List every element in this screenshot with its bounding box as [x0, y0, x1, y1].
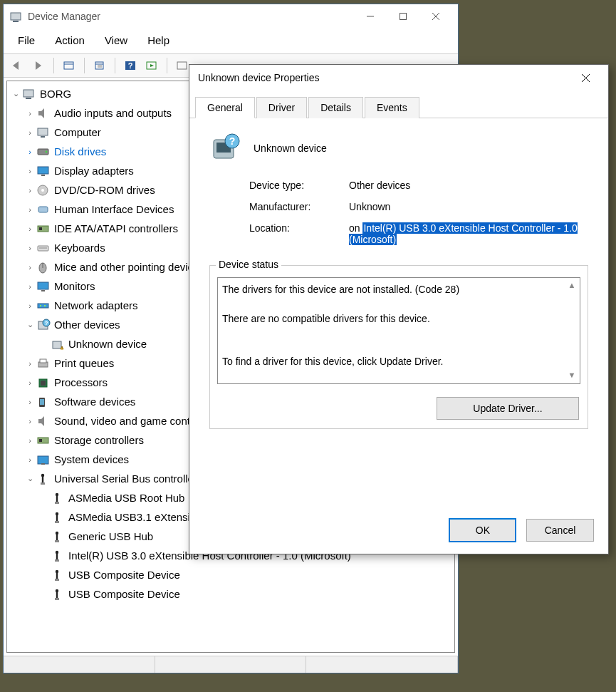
- svg-rect-79: [55, 598, 59, 600]
- tab-details[interactable]: Details: [308, 97, 363, 118]
- maximize-button[interactable]: [387, 6, 419, 27]
- manufacturer-value: Unknown: [349, 201, 588, 212]
- node-label: Software devices: [54, 396, 135, 408]
- props-close-button[interactable]: [571, 68, 600, 88]
- manufacturer-label: Manufacturer:: [249, 201, 349, 212]
- tab-events[interactable]: Events: [365, 97, 419, 118]
- expander-icon[interactable]: ›: [24, 263, 36, 272]
- expander-icon[interactable]: ›: [24, 128, 36, 137]
- scroll-up-icon[interactable]: ▲: [565, 279, 578, 292]
- expander-icon[interactable]: ›: [24, 282, 36, 291]
- device-status-text[interactable]: The drivers for this device are not inst…: [217, 277, 580, 384]
- mouse-icon: [36, 260, 51, 274]
- expander-icon[interactable]: ›: [24, 148, 36, 156]
- expander-icon[interactable]: ›: [24, 186, 36, 195]
- usb-icon: [50, 587, 66, 601]
- node-label: Computer: [54, 126, 101, 138]
- node-label: Network adapters: [54, 299, 138, 311]
- expander-icon[interactable]: ⌄: [24, 320, 36, 329]
- svg-rect-61: [41, 482, 45, 485]
- tb-forward[interactable]: [29, 56, 48, 75]
- sys-icon: [36, 453, 51, 467]
- svg-marker-7: [36, 61, 41, 70]
- usbctl-icon: [36, 472, 51, 486]
- expander-icon[interactable]: ›: [24, 224, 36, 233]
- svg-rect-76: [55, 579, 59, 581]
- expander-icon[interactable]: ›: [24, 167, 36, 175]
- svg-rect-0: [11, 13, 21, 20]
- expander-icon[interactable]: ›: [24, 398, 36, 406]
- close-button[interactable]: [419, 6, 452, 27]
- device-manager-icon: [9, 10, 22, 23]
- svg-rect-45: [53, 341, 61, 348]
- svg-rect-78: [56, 592, 58, 598]
- ok-button[interactable]: OK: [449, 518, 516, 542]
- monitor-icon: [36, 279, 51, 294]
- expander-icon[interactable]: ›: [24, 455, 36, 464]
- menu-view[interactable]: View: [95, 31, 137, 49]
- usb-icon: [50, 510, 66, 525]
- node-label: ASMedia USB Root Hub: [68, 492, 184, 504]
- expander-icon[interactable]: ›: [24, 244, 36, 252]
- update-driver-button[interactable]: Update Driver...: [437, 397, 579, 420]
- usb-icon: [50, 549, 66, 563]
- node-label: Print queues: [54, 357, 114, 369]
- svg-rect-38: [41, 290, 45, 291]
- node-label: Human Interface Devices: [54, 203, 174, 215]
- tb-help[interactable]: ?: [121, 56, 140, 75]
- tb-properties[interactable]: [90, 56, 109, 75]
- node-label: Other devices: [54, 319, 120, 331]
- svg-rect-30: [38, 207, 48, 212]
- tb-back[interactable]: [8, 56, 26, 75]
- svg-rect-63: [56, 495, 58, 502]
- hid-icon: [36, 202, 51, 217]
- tb-show-hide[interactable]: [60, 56, 78, 75]
- menu-file[interactable]: File: [8, 31, 45, 49]
- svg-rect-70: [55, 540, 59, 542]
- menu-action[interactable]: Action: [45, 31, 95, 49]
- node-label: Processors: [54, 376, 108, 388]
- svg-rect-69: [56, 534, 58, 540]
- location-label: Location:: [249, 222, 349, 245]
- node-label: Audio inputs and outputs: [54, 107, 172, 119]
- svg-point-25: [46, 150, 48, 153]
- expander-icon[interactable]: ›: [24, 417, 36, 425]
- svg-rect-39: [38, 304, 48, 308]
- cpu-icon: [36, 376, 51, 390]
- svg-rect-60: [42, 476, 43, 482]
- svg-rect-19: [24, 90, 33, 97]
- minimize-button[interactable]: [354, 6, 387, 27]
- expander-icon[interactable]: ›: [24, 301, 36, 310]
- svg-rect-26: [38, 167, 48, 174]
- dialog-buttons: OK Cancel: [189, 510, 608, 554]
- menu-help[interactable]: Help: [137, 31, 179, 49]
- expander-icon[interactable]: ⌄: [10, 89, 21, 98]
- expander-icon[interactable]: ⌄: [24, 474, 36, 483]
- computer-icon: [36, 125, 51, 140]
- net-icon: [36, 299, 51, 313]
- tree-node-usb[interactable]: USB Composite Device: [7, 565, 454, 584]
- device-name: Unknown device: [254, 143, 327, 154]
- svg-rect-37: [38, 282, 48, 289]
- expander-icon[interactable]: ›: [24, 436, 36, 445]
- expander-icon[interactable]: ›: [24, 378, 36, 387]
- tab-driver[interactable]: Driver: [256, 97, 307, 118]
- svg-rect-57: [38, 456, 48, 464]
- tab-general[interactable]: General: [195, 97, 255, 118]
- expander-icon[interactable]: ›: [24, 109, 36, 118]
- svg-rect-72: [56, 553, 58, 559]
- expander-icon[interactable]: ›: [24, 359, 36, 368]
- scroll-down-icon[interactable]: ▼: [565, 369, 578, 382]
- tree-node-usb[interactable]: USB Composite Device: [7, 584, 454, 604]
- svg-rect-23: [41, 136, 45, 138]
- location-highlight[interactable]: Intel(R) USB 3.0 eXtensible Host Control…: [349, 222, 578, 245]
- node-label: Storage controllers: [54, 434, 144, 446]
- svg-rect-51: [41, 381, 46, 386]
- expander-icon[interactable]: ›: [24, 205, 36, 214]
- location-value: on Intel(R) USB 3.0 eXtensible Host Cont…: [349, 222, 588, 245]
- device-status-group: Device status The drivers for this devic…: [209, 265, 588, 429]
- svg-rect-49: [40, 359, 46, 363]
- cancel-button[interactable]: Cancel: [526, 519, 594, 542]
- tb-scan[interactable]: [142, 56, 161, 75]
- storage-icon: [36, 433, 51, 448]
